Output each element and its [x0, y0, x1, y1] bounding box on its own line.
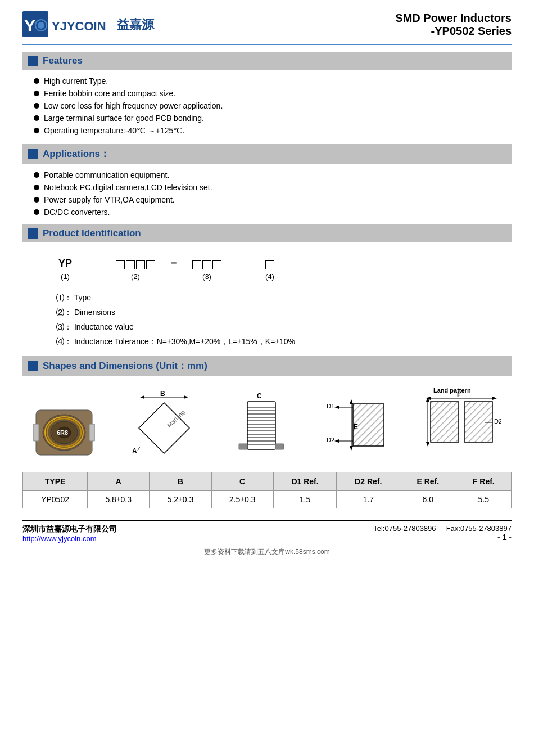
- table-header-type: TYPE: [23, 472, 88, 491]
- pid-dash: －: [169, 256, 179, 269]
- company-name: 深圳市益嘉源电子有限公司: [22, 524, 117, 534]
- pid-desc-4: ⑷： Inductance Tolerance：N=±30%,M=±20%，L=…: [56, 337, 495, 347]
- pid-boxes-4: [265, 260, 274, 269]
- bullet-dot: [34, 184, 39, 190]
- svg-text:E: E: [354, 423, 358, 431]
- svg-rect-55: [431, 402, 459, 442]
- pid-desc-text-3: Inductance value: [74, 322, 134, 331]
- pid-code-3: [190, 260, 224, 271]
- app-text: Portable communication equipment.: [44, 170, 169, 179]
- svg-text:F: F: [457, 392, 461, 398]
- diagram-land-pattern: Land pattern F D2: [422, 386, 501, 461]
- side-view-svg: D1 D2 E: [322, 392, 390, 459]
- svg-marker-16: [184, 395, 188, 399]
- svg-text:A: A: [132, 447, 137, 455]
- svg-rect-56: [464, 402, 492, 442]
- svg-rect-36: [239, 444, 247, 449]
- applications-list: Portable communication equipment. Notebo…: [22, 168, 512, 222]
- footer-contact: Tel:0755-27803896 Fax:0755-27803897: [373, 524, 512, 533]
- pid-code-4: [263, 260, 277, 271]
- table-cell-e: 6.0: [400, 491, 456, 508]
- app-text: Notebook PC,digital carmera,LCD televisi…: [44, 183, 212, 192]
- svg-text:6R8: 6R8: [57, 429, 68, 436]
- pid-boxes-3: [192, 260, 221, 269]
- pid-item-1: YP (1): [56, 258, 74, 281]
- list-item: DC/DC converters.: [34, 208, 512, 217]
- table-header-c: C: [211, 472, 273, 491]
- list-item: Operating temperature:-40℃ ～+125℃.: [34, 126, 512, 136]
- inductor-photo: 6R8: [33, 404, 95, 461]
- pid-desc-text-4: Inductance Tolerance：N=±30%,M=±20%，L=±15…: [74, 337, 295, 346]
- inductor-photo-svg: 6R8: [33, 404, 95, 461]
- pid-desc-num-3: ⑶：: [56, 322, 72, 331]
- pid-desc-text-1: Type: [74, 293, 91, 302]
- list-item: Ferrite bobbin core and compact size.: [34, 89, 512, 98]
- pid-desc-num-2: ⑵：: [56, 308, 72, 317]
- list-item: Power supply for VTR,OA equipment.: [34, 195, 512, 204]
- svg-marker-48: [350, 446, 353, 451]
- page-header: Y YJYCOIN 益嘉源 SMD Power Inductors -YP050…: [22, 11, 512, 45]
- pid-num-3: (3): [202, 272, 211, 281]
- diagrams-area: 6R8 B A Marking: [22, 380, 512, 466]
- pid-code-1: YP: [56, 258, 74, 271]
- table-header-a: A: [88, 472, 150, 491]
- svg-marker-47: [350, 399, 353, 404]
- svg-text:Marking: Marking: [166, 408, 186, 429]
- svg-marker-40: [334, 406, 339, 409]
- svg-rect-23: [247, 402, 275, 449]
- pid-desc-num-4: ⑷：: [56, 337, 72, 346]
- pid-blue-square: [28, 228, 38, 238]
- product-id-header: Product Identification: [22, 224, 512, 242]
- bullet-dot: [34, 172, 39, 178]
- list-item: Large terminal surface for good PCB bond…: [34, 114, 512, 123]
- table-cell-c: 2.5±0.3: [211, 491, 273, 508]
- footer-bottom-text: 更多资料下载请到五八文库wk.58sms.com: [22, 547, 512, 557]
- bullet-dot: [34, 91, 39, 96]
- table-header-d2: D2 Ref.: [337, 472, 400, 491]
- pid-box: [192, 260, 201, 269]
- land-pattern-svg: Land pattern F D2: [422, 386, 501, 459]
- bullet-dot: [34, 115, 39, 121]
- website-link[interactable]: http://www.yjycoin.com: [22, 534, 117, 543]
- footer-left: 深圳市益嘉源电子有限公司 http://www.yjycoin.com: [22, 524, 117, 543]
- pid-item-3: (3): [190, 260, 224, 281]
- svg-marker-43: [334, 439, 339, 443]
- svg-rect-12: [33, 424, 39, 441]
- svg-text:Y: Y: [24, 16, 35, 35]
- product-line2: -YP0502 Series: [395, 25, 512, 38]
- svg-text:D2: D2: [327, 436, 334, 443]
- list-item: Notebook PC,digital carmera,LCD televisi…: [34, 183, 512, 192]
- product-title: SMD Power Inductors -YP0502 Series: [395, 12, 512, 38]
- table-header-b: B: [150, 472, 211, 491]
- pid-desc-1: ⑴： Type: [56, 293, 495, 303]
- list-item: Low core loss for high frequency power a…: [34, 101, 512, 110]
- product-line1: SMD Power Inductors: [395, 12, 512, 25]
- table-cell-d2: 1.7: [337, 491, 400, 508]
- svg-line-20: [138, 447, 140, 451]
- pid-item-2: (2): [114, 260, 157, 281]
- table-cell-b: 5.2±0.3: [150, 491, 211, 508]
- bullet-dot: [34, 197, 39, 202]
- svg-text:D1: D1: [327, 403, 334, 410]
- pid-descriptions: ⑴： Type ⑵： Dimensions ⑶： Inductance valu…: [22, 287, 512, 354]
- pid-box: [265, 260, 274, 269]
- pid-box: [126, 260, 135, 269]
- pid-num-4: (4): [265, 272, 274, 281]
- pid-code-row: YP (1) (2) －: [56, 256, 495, 281]
- pid-box: [212, 260, 221, 269]
- pid-box: [202, 260, 211, 269]
- pid-box: [146, 260, 155, 269]
- table-header-row: TYPE A B C D1 Ref. D2 Ref. E Ref. F Ref.: [23, 472, 512, 491]
- pid-box: [116, 260, 125, 269]
- logo-icon: Y YJYCOIN: [22, 11, 112, 38]
- pid-desc-text-2: Dimensions: [74, 308, 115, 317]
- pid-yp-label: YP: [58, 258, 72, 269]
- pid-desc-3: ⑶： Inductance value: [56, 322, 495, 332]
- svg-marker-62: [426, 442, 429, 447]
- table-cell-a: 5.8±0.3: [88, 491, 150, 508]
- svg-marker-15: [140, 395, 144, 399]
- features-title: Features: [43, 55, 83, 66]
- table-cell-f: 5.5: [456, 491, 511, 508]
- pid-title: Product Identification: [43, 228, 141, 239]
- pid-desc-2: ⑵： Dimensions: [56, 308, 495, 318]
